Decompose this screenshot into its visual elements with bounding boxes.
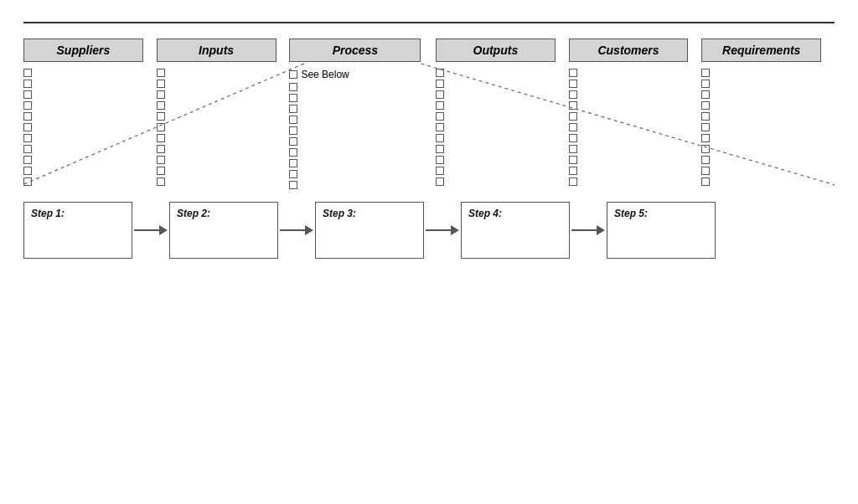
checkbox-suppliers-4[interactable] (23, 112, 32, 121)
checkbox-requirements-7[interactable] (701, 145, 710, 153)
step-box-step5: Step 5: (607, 202, 716, 259)
checkbox-row-outputs-5 (436, 123, 447, 131)
checkbox-inputs-1[interactable] (157, 80, 165, 88)
checkbox-suppliers-2[interactable] (23, 90, 32, 99)
checkbox-inputs-4[interactable] (157, 112, 165, 121)
checkbox-process-0[interactable] (289, 70, 297, 79)
checkbox-suppliers-5[interactable] (23, 123, 32, 131)
checkbox-row-process-2 (289, 94, 301, 102)
checkbox-row-customers-0 (569, 69, 581, 77)
step-box-step3: Step 3: (315, 202, 424, 259)
checkbox-outputs-8[interactable] (436, 156, 444, 164)
checkbox-suppliers-9[interactable] (23, 167, 32, 175)
checkbox-process-7[interactable] (289, 148, 297, 157)
checkbox-process-4[interactable] (289, 116, 297, 124)
checkbox-inputs-6[interactable] (157, 134, 165, 142)
col-outputs: Outputs (436, 39, 569, 190)
checkbox-customers-4[interactable] (569, 112, 577, 121)
checkbox-customers-7[interactable] (569, 145, 577, 153)
checkbox-process-6[interactable] (289, 137, 297, 146)
checkbox-requirements-4[interactable] (701, 112, 710, 121)
checkbox-requirements-2[interactable] (701, 90, 710, 99)
checkbox-requirements-3[interactable] (701, 101, 710, 110)
step-box-step2: Step 2: (169, 202, 278, 259)
checkbox-customers-9[interactable] (569, 167, 577, 175)
col-customers: Customers (569, 39, 702, 190)
checkbox-customers-5[interactable] (569, 123, 577, 131)
checkbox-requirements-6[interactable] (701, 134, 710, 142)
title-section (23, 15, 835, 23)
checkbox-outputs-0[interactable] (436, 69, 444, 77)
checkbox-row-requirements-6 (701, 134, 713, 142)
checkbox-outputs-1[interactable] (436, 80, 444, 88)
checkbox-customers-10[interactable] (569, 177, 577, 186)
checkbox-outputs-7[interactable] (436, 145, 444, 153)
checkbox-process-8[interactable] (289, 159, 297, 167)
checkbox-row-outputs-7 (436, 145, 447, 153)
checkbox-process-10[interactable] (289, 181, 297, 189)
checkbox-requirements-1[interactable] (701, 80, 710, 88)
checkbox-inputs-8[interactable] (157, 156, 165, 164)
checkbox-row-process-8 (289, 159, 301, 167)
col-header-process: Process (289, 39, 421, 62)
checkbox-row-process-9 (289, 170, 301, 178)
checkbox-requirements-10[interactable] (701, 177, 710, 186)
checkbox-process-3[interactable] (289, 105, 297, 113)
step-label-step1: Step 1: (31, 208, 125, 219)
checkbox-requirements-9[interactable] (701, 167, 710, 175)
checkbox-row-customers-5 (569, 123, 581, 131)
checkbox-row-outputs-3 (436, 101, 447, 110)
checkbox-inputs-0[interactable] (157, 69, 165, 77)
checkbox-outputs-4[interactable] (436, 112, 444, 121)
checkbox-inputs-10[interactable] (157, 177, 165, 186)
sipoc-diagram: SuppliersInputsProcessSee BelowOutputsCu… (23, 39, 835, 190)
checkbox-row-outputs-6 (436, 134, 447, 142)
checkbox-process-2[interactable] (289, 94, 297, 102)
checkbox-outputs-9[interactable] (436, 167, 444, 175)
checkbox-row-requirements-8 (701, 156, 713, 164)
checkbox-requirements-0[interactable] (701, 69, 710, 77)
arrow-line-2 (426, 229, 459, 231)
checkbox-outputs-6[interactable] (436, 134, 444, 142)
checkbox-suppliers-10[interactable] (23, 177, 32, 186)
checkbox-customers-1[interactable] (569, 80, 577, 88)
step-box-step1: Step 1: (23, 202, 132, 259)
checkbox-suppliers-3[interactable] (23, 101, 32, 110)
checkbox-process-5[interactable] (289, 126, 297, 135)
checkbox-inputs-9[interactable] (157, 167, 165, 175)
checkbox-row-suppliers-10 (23, 177, 35, 186)
checkbox-outputs-3[interactable] (436, 101, 444, 110)
checkbox-inputs-2[interactable] (157, 90, 165, 99)
checkbox-outputs-5[interactable] (436, 123, 444, 131)
checkbox-customers-8[interactable] (569, 156, 577, 164)
checkbox-inputs-5[interactable] (157, 123, 165, 131)
checkbox-suppliers-0[interactable] (23, 69, 32, 77)
checkbox-inputs-3[interactable] (157, 101, 165, 110)
checkbox-outputs-10[interactable] (436, 177, 444, 186)
checkbox-customers-6[interactable] (569, 134, 577, 142)
checkbox-outputs-2[interactable] (436, 90, 444, 99)
checkbox-row-outputs-1 (436, 80, 447, 88)
checkbox-row-inputs-1 (157, 80, 168, 88)
checkbox-process-1[interactable] (289, 83, 297, 91)
checkbox-process-9[interactable] (289, 170, 297, 178)
checkbox-suppliers-8[interactable] (23, 156, 32, 164)
checkbox-suppliers-1[interactable] (23, 80, 32, 88)
checkbox-customers-0[interactable] (569, 69, 577, 77)
checkbox-customers-3[interactable] (569, 101, 577, 110)
checkbox-row-requirements-2 (701, 90, 713, 99)
checkbox-row-suppliers-1 (23, 80, 35, 88)
checkbox-inputs-7[interactable] (157, 145, 165, 153)
arrow-2 (424, 229, 461, 231)
checkbox-row-outputs-2 (436, 90, 447, 99)
checkbox-requirements-8[interactable] (701, 156, 710, 164)
checkbox-row-process-4 (289, 116, 301, 124)
checkbox-row-customers-3 (569, 101, 581, 110)
checkbox-row-customers-7 (569, 145, 581, 153)
checkbox-customers-2[interactable] (569, 90, 577, 99)
checkbox-suppliers-6[interactable] (23, 134, 32, 142)
checkbox-row-inputs-3 (157, 101, 168, 110)
checkbox-requirements-5[interactable] (701, 123, 710, 131)
checkbox-suppliers-7[interactable] (23, 145, 32, 153)
checkbox-row-customers-8 (569, 156, 581, 164)
